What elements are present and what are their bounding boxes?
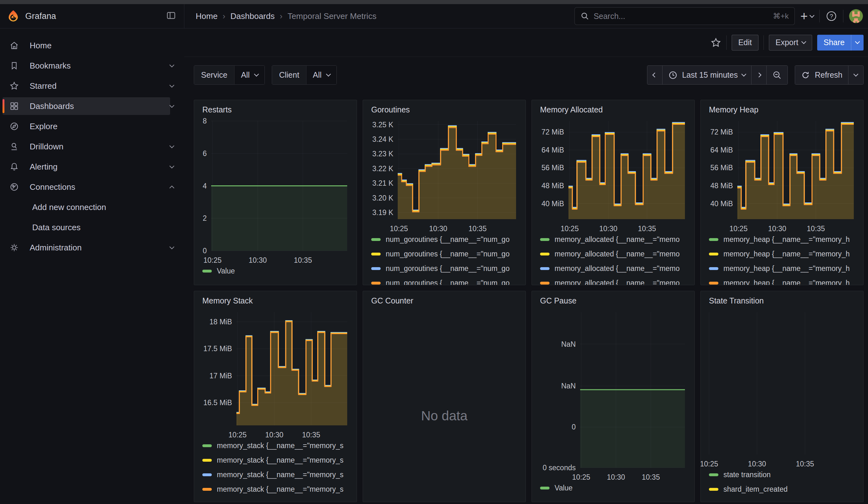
expand-chevron-icon[interactable] <box>169 163 175 168</box>
panel-title[interactable]: GC Pause <box>532 291 694 308</box>
chart-restarts: 0246810:2510:3010:35 <box>194 116 356 267</box>
legend-item[interactable]: Value <box>540 483 694 493</box>
export-button[interactable]: Export <box>769 35 812 51</box>
refresh-icon <box>801 70 810 80</box>
sidebar-item-administration: Administration <box>0 237 184 258</box>
sidebar-item-connections-button[interactable]: Connections <box>2 178 170 196</box>
legend-item[interactable]: memory_heap {__name__="memory_h <box>709 249 863 259</box>
user-avatar[interactable] <box>849 9 863 23</box>
svg-text:56 MiB: 56 MiB <box>541 164 564 172</box>
panel-title[interactable]: Memory Stack <box>194 291 356 308</box>
legend-item[interactable]: memory_heap {__name__="memory_h <box>709 264 863 273</box>
legend-item[interactable]: memory_allocated {__name__="memo <box>540 249 694 259</box>
panel-title[interactable]: GC Counter <box>363 291 526 308</box>
refresh-interval-dropdown[interactable] <box>848 65 864 85</box>
sidebar: Home Bookmarks Starred <box>0 28 184 504</box>
time-shift-forward-button[interactable] <box>752 65 767 85</box>
legend-item[interactable]: memory_allocated {__name__="memo <box>540 235 694 244</box>
time-range-picker[interactable]: Last 15 minutes <box>662 65 752 85</box>
sidebar-item-connections: Connections <box>0 177 184 197</box>
sidebar-item-label: Administration <box>30 243 82 253</box>
svg-text:3.20 K: 3.20 K <box>372 194 394 202</box>
legend-item[interactable]: shard_item_created <box>709 485 863 494</box>
panel-title[interactable]: Restarts <box>194 100 356 116</box>
dock-sidebar-toggle-icon[interactable] <box>166 11 176 21</box>
sidebar-item-alerting: Alerting <box>0 157 184 177</box>
svg-text:10:35: 10:35 <box>642 473 660 481</box>
search-box[interactable]: ⌘+k <box>575 7 795 25</box>
sidebar-item-data-sources-button[interactable]: Data sources <box>2 218 184 236</box>
expand-chevron-icon[interactable] <box>169 103 175 108</box>
new-dashboard-button[interactable]: + <box>800 10 814 22</box>
expand-chevron-icon[interactable] <box>169 244 175 249</box>
variable-client-select[interactable]: All <box>306 66 337 84</box>
breadcrumb: Home › Dashboards › Temporal Server Metr… <box>196 11 376 21</box>
active-indicator <box>2 99 4 113</box>
legend-item[interactable]: Value <box>202 267 356 276</box>
grafana-logo-icon[interactable] <box>7 10 20 23</box>
panel-title[interactable]: State Transition <box>701 291 863 308</box>
legend-item[interactable]: memory_allocated {__name__="memo <box>540 278 694 285</box>
legend-item[interactable]: num_goroutines {__name__="num_go <box>371 264 526 273</box>
chevron-right-icon <box>757 73 762 78</box>
svg-text:NaN: NaN <box>561 340 576 348</box>
sidebar-item-home-button[interactable]: Home <box>2 37 184 54</box>
panel-title[interactable]: Memory Heap <box>701 100 863 116</box>
refresh-button[interactable]: Refresh <box>795 65 848 85</box>
sidebar-item-starred-button[interactable]: Starred <box>2 77 170 95</box>
legend-item[interactable]: state transition <box>709 470 863 480</box>
expand-chevron-icon[interactable] <box>169 143 175 148</box>
sidebar-item-drilldown-button[interactable]: Drilldown <box>2 138 170 155</box>
search-input[interactable] <box>594 12 768 21</box>
search-icon <box>580 12 589 21</box>
sidebar-item-bookmarks-button[interactable]: Bookmarks <box>2 57 170 74</box>
chevron-down-icon <box>809 13 815 18</box>
sidebar-item-label: Add new connection <box>32 203 106 212</box>
expand-chevron-icon[interactable] <box>169 62 175 67</box>
legend-swatch <box>540 253 549 256</box>
svg-text:3.22 K: 3.22 K <box>372 165 394 173</box>
breadcrumb-dashboards[interactable]: Dashboards <box>230 11 275 21</box>
edit-button[interactable]: Edit <box>732 35 758 51</box>
svg-text:17.5 MiB: 17.5 MiB <box>203 344 232 353</box>
legend-item[interactable]: num_goroutines {__name__="num_go <box>371 278 526 285</box>
variable-service-select[interactable]: All <box>234 66 265 84</box>
favorite-star-button[interactable] <box>711 37 721 48</box>
sidebar-item-label: Dashboards <box>30 101 74 111</box>
time-shift-back-button[interactable] <box>647 65 662 85</box>
collapse-chevron-icon[interactable] <box>169 185 175 191</box>
legend-item[interactable]: memory_heap {__name__="memory_h <box>709 278 863 285</box>
sidebar-item-alerting-button[interactable]: Alerting <box>2 158 170 176</box>
legend-item[interactable]: memory_stack {__name__="memory_s <box>202 441 356 450</box>
share-dropdown-button[interactable] <box>851 35 864 51</box>
refresh-label: Refresh <box>815 70 843 80</box>
breadcrumb-home[interactable]: Home <box>196 11 217 21</box>
legend-item[interactable]: memory_stack {__name__="memory_s <box>202 470 356 480</box>
sidebar-item-administration-button[interactable]: Administration <box>2 239 170 256</box>
time-zoom-out-button[interactable] <box>767 65 788 85</box>
sidebar-item-label: Data sources <box>32 223 81 233</box>
help-button[interactable]: ? <box>825 10 837 22</box>
legend-item[interactable]: memory_heap {__name__="memory_h <box>709 235 863 244</box>
panel-title[interactable]: Memory Allocated <box>532 100 694 116</box>
expand-chevron-icon[interactable] <box>169 82 175 88</box>
legend-item[interactable]: num_goroutines {__name__="num_go <box>371 235 526 244</box>
svg-text:40 MiB: 40 MiB <box>541 199 564 208</box>
legend-item[interactable]: memory_allocated {__name__="memo <box>540 264 694 273</box>
legend-label: memory_stack {__name__="memory_s <box>217 485 343 494</box>
legend-item[interactable]: memory_stack {__name__="memory_s <box>202 485 356 494</box>
sidebar-item-explore-button[interactable]: Explore <box>2 117 184 135</box>
panel-title[interactable]: Goroutines <box>363 100 526 116</box>
sidebar-item-dashboards-button[interactable]: Dashboards <box>2 97 170 115</box>
legend-item[interactable]: num_goroutines {__name__="num_go <box>371 249 526 259</box>
sidebar-item-add-new-connection-button[interactable]: Add new connection <box>2 198 184 216</box>
legend-swatch <box>202 488 212 491</box>
svg-text:10:25: 10:25 <box>560 225 579 233</box>
legend-label: memory_heap {__name__="memory_h <box>723 250 850 258</box>
share-button[interactable]: Share <box>817 35 851 51</box>
bell-icon <box>9 162 19 172</box>
legend-item[interactable]: memory_stack {__name__="memory_s <box>202 456 356 465</box>
panel-goroutines: Goroutines 3.19 K3.20 K3.21 K3.22 K3.23 … <box>363 100 526 285</box>
svg-text:10:25: 10:25 <box>572 473 591 481</box>
svg-text:10:35: 10:35 <box>796 460 814 468</box>
